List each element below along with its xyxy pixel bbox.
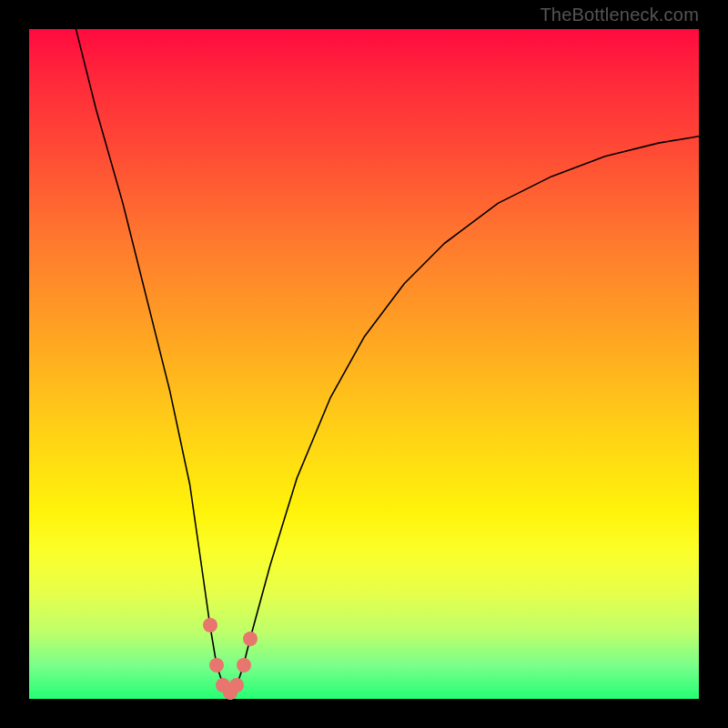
marker-point — [243, 632, 258, 646]
attribution-text: TheBottleneck.com — [540, 0, 699, 29]
chart-stage: TheBottleneck.com — [0, 0, 728, 728]
marker-point — [203, 618, 217, 632]
marker-point — [237, 658, 251, 672]
marker-layer — [29, 29, 699, 699]
marker-point — [229, 678, 244, 693]
marker-point — [209, 658, 224, 672]
plot-area — [29, 29, 699, 699]
